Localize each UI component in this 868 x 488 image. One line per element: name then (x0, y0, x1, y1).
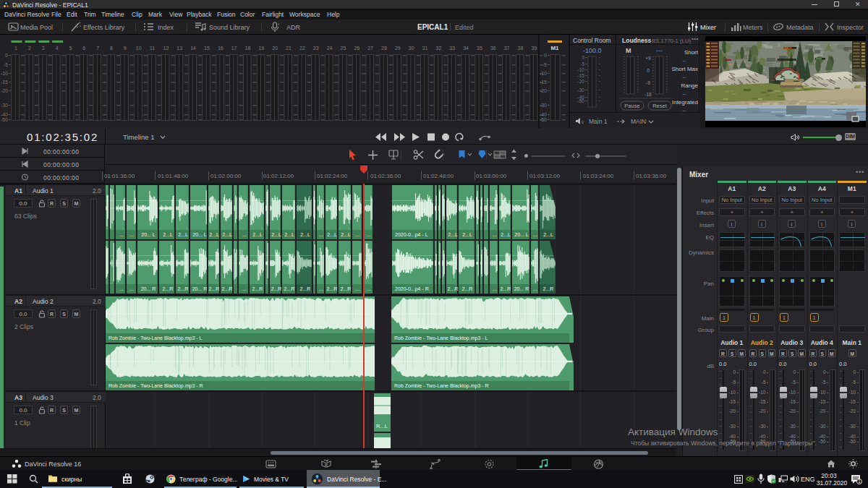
svg-text:2...R: 2...R (501, 286, 511, 291)
svg-text:...: ... (319, 286, 323, 291)
svg-text:0: 0 (647, 68, 650, 73)
svg-text:22: 22 (299, 46, 305, 51)
svg-text:2...L: 2...L (448, 232, 458, 237)
svg-text:2...L: 2...L (284, 232, 294, 237)
svg-text:-50: -50 (578, 98, 585, 103)
svg-text:32: 32 (436, 46, 442, 51)
svg-text:24: 24 (327, 46, 333, 51)
svg-text:11: 11 (150, 46, 155, 51)
svg-text:2...R: 2...R (448, 286, 459, 291)
svg-text:...: ... (119, 232, 124, 237)
svg-text:-5: -5 (542, 62, 547, 67)
svg-text:20... L: 20... L (141, 232, 156, 237)
svg-text:2...R: 2...R (222, 286, 233, 291)
svg-text:34: 34 (463, 46, 469, 51)
svg-text:M1: M1 (550, 45, 559, 51)
svg-text:20... R: 20... R (141, 286, 156, 291)
svg-text:8: 8 (110, 46, 113, 51)
svg-text:Rob Zombie - Two-Lane Blacktop: Rob Zombie - Two-Lane Blacktop.mp3 - R (109, 383, 203, 389)
svg-text:27: 27 (367, 46, 373, 51)
svg-text:26: 26 (354, 46, 359, 51)
svg-text:1: 1 (858, 479, 861, 484)
svg-text:Rob Zombie - Two-Lane Blacktop: Rob Zombie - Two-Lane Blacktop.mp3 - R (394, 383, 489, 389)
svg-text:2...L: 2...L (327, 232, 337, 237)
svg-text:36: 36 (490, 46, 496, 51)
svg-text:14: 14 (190, 46, 196, 51)
svg-text:2...L: 2...L (252, 232, 263, 237)
svg-text:...: ... (319, 232, 323, 237)
svg-text:0: 0 (582, 55, 584, 60)
svg-text:30: 30 (409, 46, 414, 51)
svg-text:0: 0 (5, 53, 8, 58)
svg-text:0: 0 (278, 22, 280, 26)
svg-text:15: 15 (204, 46, 210, 51)
svg-text:5: 5 (69, 46, 72, 51)
svg-text:2...R: 2...R (284, 286, 295, 291)
svg-text:20... L: 20... L (514, 232, 529, 237)
svg-text:-18: -18 (644, 92, 652, 97)
svg-text:2...L: 2...L (209, 232, 219, 237)
svg-text:-9: -9 (646, 80, 650, 85)
svg-text:0: 0 (544, 53, 547, 58)
svg-text:...: ... (367, 232, 371, 237)
svg-text:2...L: 2...L (341, 232, 351, 237)
svg-text:7: 7 (96, 46, 99, 51)
svg-text:17: 17 (231, 46, 237, 51)
svg-text:38: 38 (518, 46, 524, 51)
svg-text:-5: -5 (580, 61, 584, 67)
svg-text:...: ... (129, 286, 134, 291)
svg-text:-20: -20 (540, 88, 547, 93)
svg-text:33: 33 (449, 46, 455, 51)
svg-text:25: 25 (341, 46, 346, 51)
svg-text:-15: -15 (1, 80, 8, 85)
svg-text:Pause: Pause (624, 103, 639, 109)
svg-text:-40: -40 (1, 112, 8, 117)
svg-text:20... R: 20... R (192, 286, 208, 291)
svg-text:3: 3 (42, 46, 45, 51)
svg-text:-15: -15 (578, 73, 585, 78)
svg-text:2...R: 2...R (163, 286, 174, 291)
svg-text:2...R: 2...R (178, 286, 189, 291)
svg-text:20: 20 (272, 46, 278, 51)
svg-text:-30: -30 (1, 103, 8, 108)
svg-text:2...R: 2...R (327, 286, 338, 291)
svg-text:23: 23 (313, 46, 319, 51)
svg-text:2...L: 2...L (222, 232, 232, 237)
svg-text:4: 4 (56, 46, 59, 51)
svg-text:28: 28 (381, 46, 387, 51)
svg-text:...: ... (367, 286, 371, 291)
svg-text:19: 19 (258, 46, 264, 51)
svg-text:2020-0...p4 - R: 2020-0...p4 - R (395, 286, 429, 292)
svg-text:2...L: 2...L (543, 232, 553, 237)
svg-text:2...R: 2...R (271, 286, 282, 291)
svg-text:...: ... (533, 232, 537, 237)
svg-text:20... R: 20... R (514, 286, 529, 291)
svg-text:...: ... (129, 232, 134, 237)
svg-text:...: ... (242, 232, 247, 237)
svg-text:21: 21 (286, 46, 292, 51)
svg-text:2...R: 2...R (543, 286, 554, 291)
svg-text:-15: -15 (540, 80, 547, 85)
svg-text:2020-0...p4 - L: 2020-0...p4 - L (395, 232, 428, 238)
svg-text:12: 12 (163, 46, 169, 51)
svg-text:37: 37 (504, 46, 510, 51)
svg-text:R...L: R...L (376, 423, 388, 429)
svg-text:2...L: 2...L (163, 232, 173, 237)
svg-text:2...L: 2...L (501, 232, 511, 237)
svg-text:31: 31 (422, 46, 428, 51)
svg-text:2...R: 2...R (462, 286, 473, 291)
svg-text:Rob Zombie - Two-Lane Blacktop: Rob Zombie - Two-Lane Blacktop.mp3 - L (394, 335, 488, 341)
svg-text:2...L: 2...L (178, 232, 188, 237)
svg-text:-30: -30 (540, 103, 547, 108)
svg-text:2...L: 2...L (462, 232, 472, 237)
svg-text:+9: +9 (645, 56, 651, 61)
svg-text:2: 2 (28, 46, 31, 51)
svg-text:...: ... (493, 286, 497, 291)
svg-text:0: 0 (582, 120, 584, 124)
svg-text:Reset: Reset (652, 103, 668, 109)
svg-text:2...L: 2...L (271, 232, 281, 237)
svg-text:2...R: 2...R (252, 286, 263, 291)
svg-text:-40: -40 (540, 112, 547, 117)
svg-text:-50: -50 (540, 117, 547, 122)
svg-text:-10: -10 (1, 71, 8, 76)
